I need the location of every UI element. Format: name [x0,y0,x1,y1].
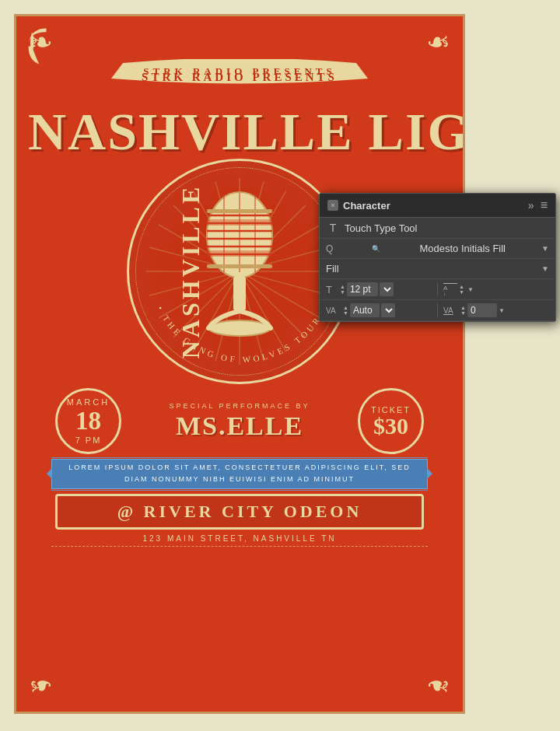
special-by-text: SPECIAL PERFORMACE BY [129,402,350,410]
size-down-button[interactable]: ▼ [340,289,345,295]
font-dropdown-arrow[interactable]: ▼ [541,244,549,253]
corner-decoration-br: ❧ [410,659,457,705]
panel-title-text: Character [343,200,390,212]
tracking-up-button[interactable]: ▲ [460,305,466,310]
svg-text:❧: ❧ [28,26,52,58]
ticket-badge: Ticket $30 [358,388,424,454]
size-up-button[interactable]: ▲ [340,284,345,289]
leading-up-button[interactable]: ▲ [459,284,464,289]
venue-box: @ RIVER CITY ODEON [55,494,424,530]
style-row[interactable]: Fill ▼ [320,259,555,279]
svg-text:❧: ❧ [427,26,451,58]
size-input[interactable] [347,282,378,296]
leading-down-button[interactable]: ▼ [459,289,464,295]
top-banner-area: STRK RADIO PRESENTS STRK RADIO PRESENTS [28,59,451,101]
search-icon: 🔍 [372,245,380,253]
font-name-label: Modesto Initials Fill [419,243,506,254]
selection-handle-left [47,468,52,479]
performer-name: MS.ELLE [129,411,350,441]
touch-type-tool-icon: T [326,222,340,234]
corner-decoration-tr: ❧ [410,23,457,69]
tracking-spinners: ▲ ▼ [460,305,466,316]
lorem-text: LOREM IPSUM DOLOR SIT AMET, CONSECTETUER… [51,459,428,489]
kerning-up-button[interactable]: ▲ [343,305,348,310]
kerning-icon: VA [326,306,341,315]
venue-address: 123 MAIN STREET, NASHVILLE TN [28,534,451,543]
size-dropdown[interactable]: ▼ [380,282,394,296]
svg-text:❧: ❧ [427,670,451,702]
font-row[interactable]: Q 🔍 Modesto Initials Fill ▼ [320,239,555,259]
size-field-icon: T [326,284,338,296]
kerning-field: VA ▲ ▼ ▼ [326,303,432,317]
leading-dropdown[interactable]: ▼ [467,286,474,293]
tracking-icon: VA [443,306,459,315]
leading-field-icon: A ↕ [443,283,457,296]
date-day: 18 [75,407,101,435]
kerning-dropdown[interactable]: ▼ [381,303,395,317]
touch-type-tool-label: Touch Type Tool [345,222,549,234]
panel-menu-button[interactable]: ≡ [541,198,548,212]
panel-title-area: × Character [327,200,390,212]
panel-title-controls: » ≡ [528,198,548,212]
tracking-field: VA ▲ ▼ ▼ [443,303,549,317]
venue-name: @ RIVER CITY ODEON [63,502,416,522]
selection-handle-right [427,468,432,479]
panel-close-button[interactable]: × [327,200,338,211]
kerning-tracking-row: VA ▲ ▼ ▼ VA ▲ ▼ ▼ [320,300,555,321]
tracking-down-button[interactable]: ▼ [460,310,466,316]
ticket-price: $30 [373,414,408,438]
side-text-nashville: NASHVILLE [177,184,205,359]
field-separator-1 [437,282,438,296]
svg-text:❧: ❧ [28,670,52,702]
date-time: 7 PM [75,435,102,445]
tracking-dropdown-arrow[interactable]: ▼ [499,307,505,314]
top-banner-text: STRK RADIO PRESENTS [107,65,372,78]
size-spinners: ▲ ▼ [340,284,345,295]
kerning-spinners: ▲ ▼ [343,305,348,316]
size-leading-row: T ▲ ▼ ▼ A ↕ ▲ ▼ ▼ [320,279,555,300]
leading-spinners: ▲ ▼ [459,284,464,295]
style-dropdown-arrow[interactable]: ▼ [541,264,549,273]
info-row: MARCH 18 7 PM SPECIAL PERFORMACE BY MS.E… [28,388,451,454]
lorem-section: LOREM IPSUM DOLOR SIT AMET, CONSECTETUER… [51,459,428,489]
character-panel: × Character » ≡ T Touch Type Tool Q 🔍 Mo… [319,193,556,322]
font-search-icon: Q [326,243,333,254]
style-label: Fill [326,263,339,275]
corner-decoration-bl: ❧ [23,659,69,705]
date-badge: MARCH 18 7 PM [55,388,121,454]
corner-decoration-tl: ❧ [23,23,69,69]
performer-section: SPECIAL PERFORMACE BY MS.ELLE [121,402,358,441]
size-field: T ▲ ▼ ▼ [326,282,432,296]
panel-titlebar: × Character » ≡ [320,194,555,218]
dotted-line-bottom [51,546,428,547]
poster: ❧ ❧ ❧ ❧ STRK RADIO PRESENTS STRK RADIO P… [14,14,465,714]
panel-collapse-button[interactable]: » [528,199,534,212]
leading-field: A ↕ ▲ ▼ ▼ [443,283,549,296]
kerning-input[interactable] [350,303,380,317]
kerning-down-button[interactable]: ▼ [343,310,348,316]
field-separator-2 [437,303,438,317]
date-month: MARCH [67,397,110,407]
touch-type-tool-row[interactable]: T Touch Type Tool [320,218,555,239]
tracking-input[interactable] [467,303,497,317]
